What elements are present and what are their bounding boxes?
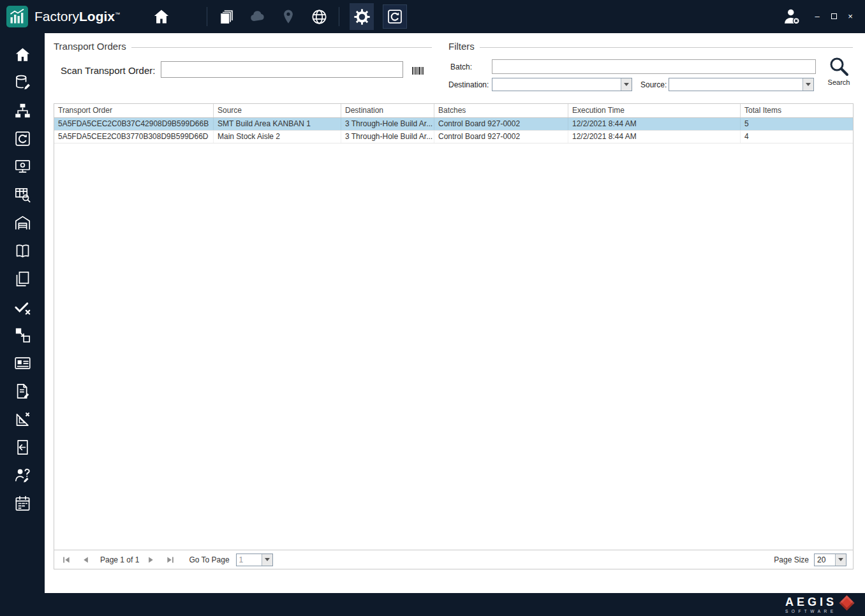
filters-title: Filters xyxy=(448,41,853,52)
destination-dropdown-button[interactable] xyxy=(621,78,632,91)
source-label: Source: xyxy=(640,80,667,89)
cell-execution-time: 12/2/2021 8:44 AM xyxy=(568,131,741,143)
documents-button[interactable] xyxy=(216,4,238,29)
globe-button[interactable] xyxy=(308,4,330,29)
sidebar-item-monitor[interactable] xyxy=(13,158,32,175)
scan-transport-order-input[interactable] xyxy=(161,61,403,78)
user-logout-button[interactable] xyxy=(781,4,802,29)
sidebar-item-user-question[interactable] xyxy=(13,467,32,484)
transport-orders-title: Transport Orders xyxy=(54,41,432,52)
workflow-icon xyxy=(14,102,31,119)
cell-total-items: 4 xyxy=(741,131,853,143)
table-body: 5A5FDA5CEC2C0B37C42908D9B599D66B SMT Bui… xyxy=(54,118,853,143)
history-icon xyxy=(387,8,403,25)
brand-factory: Factory xyxy=(34,9,79,24)
aegis-logo: AEGIS SOFTWARE xyxy=(785,596,854,613)
page-size-dropdown-button[interactable] xyxy=(835,554,846,566)
next-page-button[interactable] xyxy=(145,554,157,566)
cell-destination: 3 Through-Hole Build Ar... xyxy=(341,118,434,130)
cell-source: SMT Build Area KANBAN 1 xyxy=(214,118,341,130)
cell-source: Main Stock Aisle 2 xyxy=(214,131,341,143)
close-button[interactable]: × xyxy=(846,12,855,21)
last-page-icon xyxy=(166,555,175,564)
table-search-icon xyxy=(14,186,31,203)
cell-batches: Control Board 927-0002 xyxy=(434,131,568,143)
search-button[interactable]: Search xyxy=(824,56,854,86)
maximize-button[interactable] xyxy=(829,12,838,21)
location-pin-button[interactable] xyxy=(277,4,299,29)
table-header: Transport Order Source Destination Batch… xyxy=(54,104,853,118)
source-dropdown[interactable] xyxy=(669,78,814,91)
batch-input[interactable] xyxy=(492,59,816,74)
go-to-page-dropdown-button[interactable] xyxy=(262,554,272,566)
database-edit-icon xyxy=(14,74,31,91)
cell-execution-time: 12/2/2021 8:44 AM xyxy=(568,118,741,130)
go-to-page-label: Go To Page xyxy=(189,555,229,564)
sidebar-item-verify[interactable] xyxy=(13,298,32,316)
cell-transport-order: 5A5FDA5CEC2C0B37C42908D9B599D66B xyxy=(54,118,214,130)
column-header-source[interactable]: Source xyxy=(214,104,341,117)
cell-batches: Control Board 927-0002 xyxy=(434,118,568,130)
gear-icon xyxy=(353,8,371,26)
sidebar-item-data-edit[interactable] xyxy=(13,74,32,91)
table-row[interactable]: 5A5FDA5CEC2C0B37C42908D9B599D66B SMT Bui… xyxy=(54,118,853,131)
column-header-batches[interactable]: Batches xyxy=(434,104,568,117)
column-header-execution-time[interactable]: Execution Time xyxy=(568,104,741,117)
chevron-down-icon xyxy=(838,558,843,561)
sidebar-item-document-edit[interactable] xyxy=(13,383,32,400)
history-button[interactable] xyxy=(383,4,407,29)
source-dropdown-button[interactable] xyxy=(802,78,813,91)
calendar-icon xyxy=(14,495,31,512)
check-x-icon xyxy=(14,298,31,316)
table-row[interactable]: 5A5FDA5CEE2C0B3770B308D9B599D66D Main St… xyxy=(54,131,853,143)
sidebar-item-id-card[interactable] xyxy=(13,355,32,372)
page-size-dropdown[interactable]: 20 xyxy=(814,554,847,566)
topbar-separator xyxy=(207,7,207,26)
copy-icon xyxy=(14,270,31,288)
brand-trademark: ™ xyxy=(115,11,120,17)
previous-page-button[interactable] xyxy=(80,554,91,566)
first-page-icon xyxy=(62,555,71,564)
barcode-icon xyxy=(412,66,424,77)
aegis-diamond-icon xyxy=(839,595,854,610)
sidebar-item-warehouse[interactable] xyxy=(13,214,32,231)
destination-dropdown[interactable] xyxy=(492,78,632,91)
sidebar-item-design-ruler[interactable] xyxy=(13,411,32,428)
cloud-button[interactable] xyxy=(247,4,269,29)
previous-page-icon xyxy=(81,555,90,564)
aegis-wordmark: AEGIS xyxy=(785,596,837,608)
page-size-label: Page Size xyxy=(774,555,809,564)
cell-transport-order: 5A5FDA5CEE2C0B3770B308D9B599D66D xyxy=(54,131,214,143)
first-page-button[interactable] xyxy=(61,554,72,566)
cell-total-items: 5 xyxy=(741,118,853,130)
home-icon xyxy=(14,46,31,63)
history-box-icon xyxy=(14,130,31,147)
column-header-transport-order[interactable]: Transport Order xyxy=(54,104,214,117)
maximize-icon xyxy=(831,13,837,19)
minimize-button[interactable]: – xyxy=(813,12,822,21)
column-header-total-items[interactable]: Total Items xyxy=(741,104,853,117)
sidebar-item-document-import[interactable] xyxy=(13,439,32,456)
sidebar-item-history[interactable] xyxy=(13,130,32,147)
sidebar-item-copy[interactable] xyxy=(13,270,32,288)
settings-button[interactable] xyxy=(350,3,374,30)
sidebar-item-move[interactable] xyxy=(13,326,32,344)
topbar: FactoryLogix™ xyxy=(0,0,865,33)
search-icon xyxy=(829,56,849,77)
last-page-button[interactable] xyxy=(165,554,176,566)
page-indicator: Page 1 of 1 xyxy=(100,555,139,564)
sidebar-item-home[interactable] xyxy=(13,46,32,63)
chevron-down-icon xyxy=(624,83,629,86)
home-button[interactable] xyxy=(151,4,172,29)
main-content: Transport Orders Scan Transport Order: F… xyxy=(45,33,865,593)
search-button-label: Search xyxy=(828,78,850,86)
sidebar-item-workflow[interactable] xyxy=(13,102,32,119)
sidebar-item-table-search[interactable] xyxy=(13,186,32,203)
factorylogix-logo-icon xyxy=(6,6,28,27)
sidebar-item-library[interactable] xyxy=(13,242,32,260)
pagination-bar: Page 1 of 1 Go To Page 1 Page Size 20 xyxy=(54,550,853,569)
column-header-destination[interactable]: Destination xyxy=(341,104,434,117)
move-box-icon xyxy=(14,326,31,344)
go-to-page-dropdown[interactable]: 1 xyxy=(236,554,273,566)
sidebar-item-schedule[interactable] xyxy=(13,495,32,512)
